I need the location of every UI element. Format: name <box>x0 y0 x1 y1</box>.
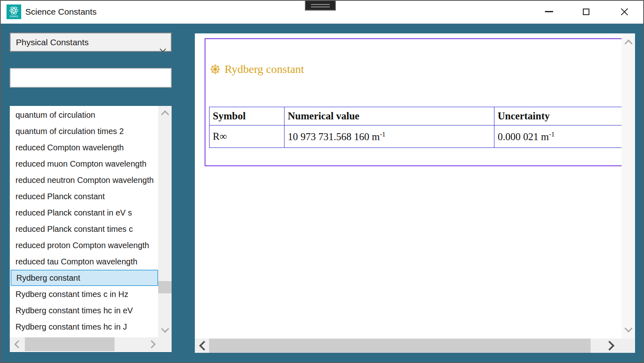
titlebar: SCIENCE Science Constants <box>0 0 644 24</box>
maximize-icon <box>583 9 589 15</box>
constant-heading-title: Rydberg constant <box>225 63 304 76</box>
maximize-button[interactable] <box>577 0 595 23</box>
constants-list-items: quantum of circulationquantum of circula… <box>11 107 158 337</box>
scroll-up-button[interactable] <box>158 108 172 121</box>
scroll-left-button[interactable] <box>197 339 210 353</box>
chevron-right-icon <box>604 341 614 350</box>
app-logo-icon: SCIENCE <box>7 4 21 19</box>
chevron-left-icon <box>199 341 209 350</box>
list-item[interactable]: reduced tau Compton wavelength <box>11 253 158 270</box>
column-header: Symbol <box>210 107 285 125</box>
list-item[interactable]: reduced proton Compton wavelength <box>11 237 158 253</box>
list-item-selected[interactable]: Rydberg constant <box>11 270 158 286</box>
symbol-cell: R∞ <box>210 125 285 148</box>
list-item[interactable]: reduced muon Compton wavelength <box>11 156 158 172</box>
list-item[interactable]: Rydberg constant times hc in eV <box>11 302 158 319</box>
scroll-down-button[interactable] <box>622 322 635 334</box>
list-item[interactable]: Rydberg constant times c in Hz <box>11 286 158 302</box>
filter-input[interactable] <box>10 68 172 88</box>
dharma-wheel-icon <box>210 64 221 75</box>
drag-handle-line <box>311 4 330 5</box>
list-item[interactable]: reduced neutron Compton wavelength <box>11 172 158 188</box>
list-item[interactable]: Rydberg constant times hc in J <box>11 319 158 335</box>
column-header: Numerical value <box>285 107 494 125</box>
list-horizontal-scroll-thumb[interactable] <box>25 337 115 351</box>
minimize-button[interactable] <box>540 0 558 23</box>
list-vertical-scrollbar[interactable] <box>158 106 172 337</box>
scroll-right-button[interactable] <box>146 337 158 351</box>
table-row: R∞10 973 731.568 160 m-10.000 021 m-1 <box>210 125 622 148</box>
list-item[interactable]: reduced Compton wavelength <box>11 139 158 156</box>
constant-table-body: R∞10 973 731.568 160 m-10.000 021 m-1 <box>210 125 622 148</box>
chevron-left-icon <box>14 340 22 348</box>
constant-table: SymbolNumerical valueUncertainty R∞10 97… <box>209 107 622 148</box>
category-dropdown-value: Physical Constants <box>16 37 89 47</box>
close-icon <box>620 7 629 17</box>
list-item[interactable]: reduced Planck constant times c <box>11 221 158 237</box>
minimize-icon <box>545 11 553 12</box>
constants-listbox: quantum of circulationquantum of circula… <box>10 106 172 352</box>
chevron-down-icon <box>161 40 165 57</box>
content-horizontal-scrollbar[interactable] <box>195 339 635 353</box>
scroll-up-button[interactable] <box>622 37 635 50</box>
content-viewport: Rydberg constant SymbolNumerical valueUn… <box>195 33 622 339</box>
window-drag-handle[interactable] <box>305 0 336 11</box>
close-button[interactable] <box>615 0 634 23</box>
list-item[interactable]: reduced Planck constant <box>11 188 158 205</box>
constant-heading: Rydberg constant <box>210 63 304 76</box>
chevron-up-icon <box>624 40 633 48</box>
list-vertical-scroll-thumb[interactable] <box>158 281 172 293</box>
list-horizontal-scrollbar[interactable] <box>10 337 172 351</box>
chevron-right-icon <box>148 340 156 348</box>
content-vertical-scrollbar[interactable] <box>622 33 635 339</box>
category-dropdown[interactable]: Physical Constants <box>10 33 172 52</box>
scroll-down-button[interactable] <box>158 323 172 335</box>
uncertainty-cell: 0.000 021 m-1 <box>494 125 622 148</box>
svg-text:SCIENCE: SCIENCE <box>10 15 18 18</box>
content-area: Rydberg constant SymbolNumerical valueUn… <box>195 33 635 353</box>
constant-detail-panel: Rydberg constant SymbolNumerical valueUn… <box>205 38 622 166</box>
list-item[interactable]: quantum of circulation <box>11 107 158 123</box>
drag-handle-line <box>311 7 330 7</box>
scroll-right-button[interactable] <box>603 339 616 353</box>
numerical-value-cell: 10 973 731.568 160 m-1 <box>285 125 494 148</box>
constant-table-header-row: SymbolNumerical valueUncertainty <box>210 107 622 125</box>
column-header: Uncertainty <box>494 107 622 125</box>
list-item[interactable]: reduced Planck constant in eV s <box>11 205 158 221</box>
chevron-down-icon <box>624 324 633 332</box>
window-title: Science Constants <box>25 0 97 24</box>
chevron-up-icon <box>161 110 169 119</box>
list-item[interactable]: quantum of circulation times 2 <box>11 123 158 139</box>
scroll-left-button[interactable] <box>12 337 24 351</box>
chevron-down-icon <box>161 325 169 333</box>
content-horizontal-scroll-thumb[interactable] <box>209 339 591 353</box>
